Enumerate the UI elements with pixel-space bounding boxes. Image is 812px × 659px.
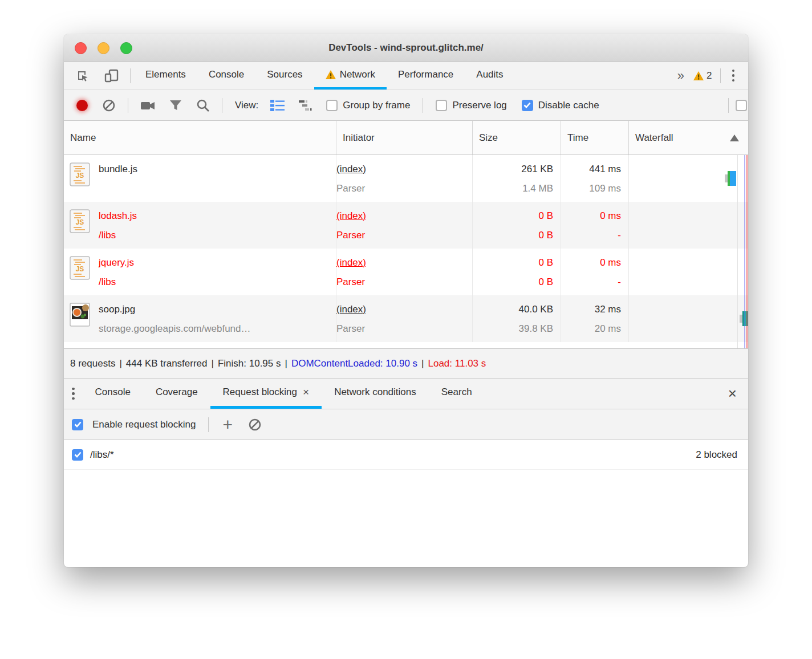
minimize-window-button[interactable] [98,42,109,54]
initiator-link[interactable]: (index) [336,257,366,268]
warnings-counter[interactable]: 2 [689,70,716,82]
initiator-type: Parser [336,226,472,245]
capture-screenshots-button[interactable] [135,99,160,112]
separator [130,68,131,83]
devtools-window: DevTools - wind-sprout.glitch.me/ Elemen… [64,34,748,567]
block-icon [248,418,262,432]
drawer-menu-button[interactable] [64,379,83,409]
column-header-time[interactable]: Time [561,121,629,154]
titlebar: DevTools - wind-sprout.glitch.me/ [64,34,748,62]
waterfall-gridline [737,155,738,348]
initiator-type: Parser [336,319,472,338]
time-total: 32 ms [561,299,621,319]
tab-sources[interactable]: Sources [255,62,314,90]
more-tabs-button[interactable]: » [672,68,689,83]
drawer-tab-network-conditions[interactable]: Network conditions [322,379,429,409]
js-file-icon: JS [70,209,90,233]
request-path: /libs [99,226,137,245]
request-path: storage.googleapis.com/webfund… [99,319,251,338]
initiator-link[interactable]: (index) [336,210,366,221]
time-latency: - [561,226,621,245]
close-drawer-button[interactable]: × [717,379,748,409]
size-transferred: 0 B [473,206,553,226]
group-by-frame-checkbox[interactable] [326,100,338,111]
show-overview-toggle[interactable] [293,99,317,112]
request-name: jquery.js [99,253,134,272]
drawer-tab-search[interactable]: Search [429,379,485,409]
table-row-jquery-js[interactable]: JS jquery.js /libs (index) Parser 0 B 0 … [64,249,748,295]
initiator-type: Parser [336,272,472,291]
search-button[interactable] [191,99,215,112]
toggle-device-toolbar-button[interactable] [97,62,127,90]
preserve-log-checkbox[interactable] [436,100,447,111]
tab-elements[interactable]: Elements [134,62,197,90]
enable-request-blocking-label: Enable request blocking [92,419,196,430]
column-header-waterfall[interactable]: Waterfall [629,121,748,154]
window-title: DevTools - wind-sprout.glitch.me/ [328,42,484,54]
drawer-tab-coverage[interactable]: Coverage [143,379,210,409]
filter-button[interactable] [164,99,188,112]
table-row-lodash-js[interactable]: JS lodash.js /libs (index) Parser 0 B 0 … [64,202,748,249]
tabbar-right-controls: » 2 [672,62,748,90]
tab-audits[interactable]: Audits [465,62,514,90]
image-file-icon [70,303,90,327]
record-network-log-button[interactable] [76,100,88,111]
tab-console[interactable]: Console [197,62,255,90]
inspect-element-button[interactable] [68,62,97,90]
separator [720,68,721,83]
enable-request-blocking-checkbox[interactable] [72,419,83,430]
disable-cache-control[interactable]: Disable cache [516,100,605,111]
tab-performance[interactable]: Performance [387,62,465,90]
close-tab-icon[interactable]: × [303,386,309,398]
add-pattern-button[interactable]: + [216,416,239,433]
waterfall-view-icon [298,99,312,112]
clear-button[interactable] [97,99,121,112]
table-row-bundle-js[interactable]: JS bundle.js (index) Parser 261 KB 1.4 M… [64,155,748,202]
main-tabbar: Elements Console Sources Network Perform… [64,62,748,90]
group-by-frame-control[interactable]: Group by frame [320,100,416,111]
initiator-type: Parser [336,179,472,198]
separator [423,98,423,113]
clear-icon [102,99,116,112]
size-resource: 39.8 KB [473,319,553,338]
column-header-initiator[interactable]: Initiator [336,121,473,154]
tab-network[interactable]: Network [314,62,387,90]
initiator-link[interactable]: (index) [336,304,366,315]
use-large-rows-toggle[interactable] [265,99,290,112]
close-window-button[interactable] [75,42,87,54]
initiator-link[interactable]: (index) [336,164,366,174]
size-transferred: 261 KB [473,159,553,179]
blocked-pattern-row[interactable]: /libs/* 2 blocked [64,440,748,470]
preserve-log-label: Preserve log [452,100,506,111]
table-row-soop-jpg[interactable]: soop.jpg storage.googleapis.com/webfund…… [64,295,748,342]
column-header-size[interactable]: Size [473,121,561,154]
pattern-enabled-checkbox[interactable] [72,449,83,461]
checkmark-icon [74,421,82,428]
svg-text:JS: JS [76,172,84,180]
warning-icon [693,71,704,80]
js-file-icon: JS [70,162,90,186]
load-event-line [746,155,748,348]
zoom-window-button[interactable] [120,42,132,54]
request-table-header: Name Initiator Size Time Waterfall [64,121,748,155]
column-header-name[interactable]: Name [64,121,336,154]
list-view-icon [270,99,285,112]
devtools-menu-button[interactable] [724,70,743,82]
drawer-tab-console[interactable]: Console [83,379,143,409]
js-file-icon: JS [70,256,90,280]
remove-all-patterns-button[interactable] [243,418,267,432]
size-transferred: 0 B [473,253,553,272]
time-latency: - [561,272,621,291]
traffic-lights [75,42,132,54]
time-latency: 20 ms [561,319,621,338]
network-toolbar: View: Group by frame Preserve log [64,90,748,121]
blocked-count: 2 blocked [696,449,748,461]
preserve-log-control[interactable]: Preserve log [430,100,512,111]
transferred-size: 444 KB transferred [126,358,208,369]
inspect-cursor-icon [76,69,90,83]
time-total: 0 ms [561,253,621,272]
disable-cache-checkbox[interactable] [522,100,533,111]
offline-checkbox[interactable] [736,100,747,111]
size-resource: 0 B [473,272,553,291]
drawer-tab-request-blocking[interactable]: Request blocking × [210,379,322,409]
